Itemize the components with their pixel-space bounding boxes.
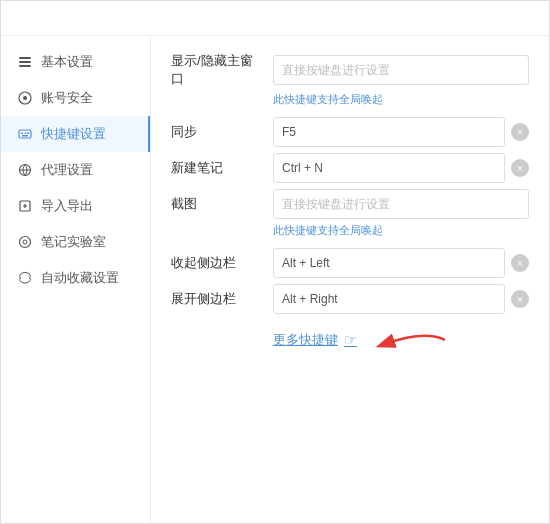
setting-value-wrap-new-note: × (273, 153, 529, 183)
setting-row-toggle-window: 显示/隐藏主窗口 (171, 52, 529, 88)
sidebar-item-autosave[interactable]: 自动收藏设置 (1, 260, 150, 296)
setting-input-expand-sidebar[interactable] (273, 284, 505, 314)
setting-input-toggle-window[interactable] (273, 55, 529, 85)
clear-button-expand-sidebar[interactable]: × (511, 290, 529, 308)
svg-rect-0 (19, 57, 31, 59)
sidebar-item-label-autosave: 自动收藏设置 (41, 269, 119, 287)
svg-rect-9 (22, 135, 28, 137)
sidebar-item-lab[interactable]: 笔记实验室 (1, 224, 150, 260)
proxy-icon (17, 162, 33, 178)
svg-rect-1 (19, 61, 31, 63)
setting-row-expand-sidebar: 展开侧边栏× (171, 284, 529, 314)
titlebar (1, 1, 549, 36)
setting-input-new-note[interactable] (273, 153, 505, 183)
sidebar-item-label-import: 导入导出 (41, 197, 93, 215)
sidebar-item-label-account: 账号安全 (41, 89, 93, 107)
setting-label-expand-sidebar: 展开侧边栏 (171, 290, 261, 308)
setting-row-new-note: 新建笔记× (171, 153, 529, 183)
lab-icon (17, 234, 33, 250)
setting-row-screenshot: 截图 (171, 189, 529, 219)
autosave-icon (17, 270, 33, 286)
setting-value-wrap-sync: × (273, 117, 529, 147)
setting-value-wrap-collapse-sidebar: × (273, 248, 529, 278)
more-shortcuts-link[interactable]: 更多快捷键☞ (273, 326, 529, 354)
account-icon (17, 90, 33, 106)
sidebar: 基本设置账号安全快捷键设置代理设置导入导出笔记实验室自动收藏设置 (1, 36, 151, 523)
setting-input-sync[interactable] (273, 117, 505, 147)
clear-button-sync[interactable]: × (511, 123, 529, 141)
setting-row-collapse-sidebar: 收起侧边栏× (171, 248, 529, 278)
content-area: 显示/隐藏主窗口此快捷键支持全局唤起同步×新建笔记×截图此快捷键支持全局唤起收起… (151, 36, 549, 523)
setting-label-screenshot: 截图 (171, 195, 261, 213)
system-settings-window: 基本设置账号安全快捷键设置代理设置导入导出笔记实验室自动收藏设置 显示/隐藏主窗… (0, 0, 550, 524)
setting-value-wrap-expand-sidebar: × (273, 284, 529, 314)
clear-button-new-note[interactable]: × (511, 159, 529, 177)
clear-button-collapse-sidebar[interactable]: × (511, 254, 529, 272)
sidebar-item-label-basic: 基本设置 (41, 53, 93, 71)
setting-row-sync: 同步× (171, 117, 529, 147)
sidebar-item-shortcuts[interactable]: 快捷键设置 (1, 116, 150, 152)
setting-label-new-note: 新建笔记 (171, 159, 261, 177)
sidebar-item-basic[interactable]: 基本设置 (1, 44, 150, 80)
shortcuts-icon (17, 126, 33, 142)
setting-label-sync: 同步 (171, 123, 261, 141)
svg-rect-7 (25, 133, 27, 135)
sidebar-item-proxy[interactable]: 代理设置 (1, 152, 150, 188)
setting-input-screenshot[interactable] (273, 189, 529, 219)
sidebar-item-import[interactable]: 导入导出 (1, 188, 150, 224)
sidebar-item-label-lab: 笔记实验室 (41, 233, 106, 251)
main-content: 基本设置账号安全快捷键设置代理设置导入导出笔记实验室自动收藏设置 显示/隐藏主窗… (1, 36, 549, 523)
sidebar-item-label-shortcuts: 快捷键设置 (41, 125, 106, 143)
svg-rect-8 (27, 133, 29, 135)
sidebar-item-label-proxy: 代理设置 (41, 161, 93, 179)
close-button[interactable] (517, 11, 533, 27)
svg-point-4 (23, 96, 27, 100)
cursor-hand-icon: ☞ (344, 331, 357, 349)
setting-value-wrap-toggle-window (273, 55, 529, 85)
sidebar-item-account[interactable]: 账号安全 (1, 80, 150, 116)
more-shortcuts-label: 更多快捷键 (273, 331, 338, 349)
svg-point-13 (20, 237, 31, 248)
svg-rect-6 (21, 133, 23, 135)
arrow-icon (365, 326, 445, 354)
basic-icon (17, 54, 33, 70)
import-icon (17, 198, 33, 214)
setting-label-toggle-window: 显示/隐藏主窗口 (171, 52, 261, 88)
hint-text-screenshot: 此快捷键支持全局唤起 (273, 223, 529, 238)
svg-rect-2 (19, 65, 31, 67)
svg-point-14 (23, 240, 27, 244)
setting-label-collapse-sidebar: 收起侧边栏 (171, 254, 261, 272)
setting-input-collapse-sidebar[interactable] (273, 248, 505, 278)
hint-text-toggle-window: 此快捷键支持全局唤起 (273, 92, 529, 107)
setting-value-wrap-screenshot (273, 189, 529, 219)
